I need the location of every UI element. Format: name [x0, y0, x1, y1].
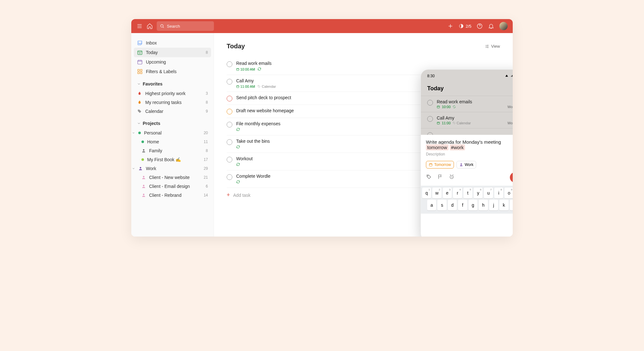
- keyboard-key[interactable]: e3: [443, 188, 452, 198]
- keyboard-key[interactable]: t5: [463, 188, 472, 198]
- view-button[interactable]: View: [485, 44, 500, 49]
- task-checkbox[interactable]: [227, 96, 232, 101]
- phone-task-row[interactable]: Call Amy11:00CalendarWork: [421, 112, 513, 128]
- keyboard-key[interactable]: w2: [432, 188, 441, 198]
- phone-task-row[interactable]: Read work emails10:00Work: [421, 96, 513, 112]
- page-title: Today: [227, 43, 245, 50]
- keyboard-key[interactable]: h: [479, 200, 488, 210]
- chip-date[interactable]: Tomorrow: [426, 161, 454, 169]
- task-checkbox[interactable]: [227, 139, 232, 145]
- project-item[interactable]: Home11: [134, 137, 211, 146]
- search-input[interactable]: Search: [157, 21, 214, 31]
- reminder-icon[interactable]: [449, 174, 455, 181]
- notifications-icon[interactable]: [488, 23, 494, 29]
- home-icon[interactable]: [147, 23, 153, 29]
- chip-project[interactable]: Work: [456, 161, 476, 169]
- keyboard-key[interactable]: d: [448, 200, 457, 210]
- favorite-item[interactable]: Calendar9: [134, 107, 211, 116]
- search-placeholder: Search: [167, 24, 180, 29]
- keyboard-key[interactable]: o9: [504, 188, 513, 198]
- favorites-section[interactable]: Favorites: [134, 79, 211, 89]
- svg-point-16: [488, 47, 488, 48]
- svg-rect-7: [140, 69, 142, 71]
- phone-mockup: 8:30 Today ⋮ Read work emails10:00WorkCa…: [421, 69, 513, 237]
- svg-rect-25: [437, 106, 440, 108]
- sidebar-item-today[interactable]: 21Today8: [134, 48, 211, 57]
- keyboard-key[interactable]: g: [469, 200, 477, 210]
- phone-keyboard: q1w2e3r4t5y6u7i8o9p0 asdfghjkl: [421, 186, 513, 214]
- svg-point-13: [143, 185, 145, 186]
- send-button[interactable]: [510, 172, 513, 182]
- topbar: Search 2/5: [131, 19, 513, 33]
- favorite-item[interactable]: Highest priority work3: [134, 89, 211, 98]
- keyboard-key[interactable]: s: [437, 200, 446, 210]
- svg-rect-6: [138, 69, 139, 71]
- label-icon[interactable]: [426, 174, 432, 181]
- task-checkbox[interactable]: [227, 157, 232, 162]
- keyboard-key[interactable]: f: [458, 200, 467, 210]
- project-item[interactable]: Personal20: [134, 128, 211, 137]
- svg-point-10: [143, 149, 145, 151]
- keyboard-key[interactable]: y6: [474, 188, 483, 198]
- task-checkbox[interactable]: [227, 122, 232, 127]
- main-content: Today View Read work emails10:00 AMCall …: [214, 33, 513, 237]
- add-icon[interactable]: [447, 23, 454, 29]
- project-item[interactable]: Client - Rebrand14: [134, 191, 211, 200]
- task-checkbox[interactable]: [227, 79, 232, 85]
- task-checkbox[interactable]: [227, 61, 232, 67]
- productivity-counter[interactable]: 2/5: [459, 24, 471, 29]
- task-checkbox[interactable]: [227, 174, 232, 180]
- svg-rect-17: [236, 68, 239, 71]
- svg-rect-8: [138, 72, 139, 74]
- svg-point-11: [140, 167, 141, 169]
- sidebar-item-inbox[interactable]: Inbox: [134, 38, 211, 48]
- keyboard-key[interactable]: a: [427, 200, 436, 210]
- project-item[interactable]: Work29: [134, 164, 211, 173]
- task-checkbox[interactable]: [227, 109, 232, 114]
- svg-point-14: [143, 194, 145, 195]
- sidebar-item-upcoming[interactable]: Upcoming: [134, 57, 211, 67]
- projects-section[interactable]: Projects: [134, 118, 211, 128]
- project-item[interactable]: My First Book ✍️17: [134, 155, 211, 164]
- svg-point-12: [143, 176, 145, 177]
- phone-page-title: Today: [427, 85, 444, 92]
- keyboard-key[interactable]: r4: [453, 188, 462, 198]
- svg-rect-5: [138, 60, 142, 64]
- phone-compose: Write agenda for Monday's meeting tomorr…: [421, 135, 513, 186]
- svg-point-30: [461, 163, 462, 165]
- sidebar: Inbox21Today8UpcomingFilters & Labels Fa…: [131, 33, 214, 237]
- keyboard-key[interactable]: q1: [422, 188, 431, 198]
- compose-description-input[interactable]: Description: [426, 152, 513, 156]
- compose-title-input[interactable]: Write agenda for Monday's meeting tomorr…: [426, 139, 513, 150]
- keyboard-key[interactable]: i8: [494, 188, 503, 198]
- svg-point-31: [428, 176, 428, 176]
- plus-icon: +: [227, 192, 230, 198]
- svg-text:21: 21: [139, 52, 141, 54]
- sidebar-item-filters[interactable]: Filters & Labels: [134, 67, 211, 76]
- keyboard-key[interactable]: k: [499, 200, 508, 210]
- app-window: Search 2/5 Inbox21Today8UpcomingFilters …: [131, 19, 513, 237]
- phone-status-bar: 8:30: [421, 70, 513, 82]
- keyboard-key[interactable]: u7: [484, 188, 493, 198]
- svg-rect-18: [236, 86, 239, 88]
- svg-rect-9: [140, 72, 142, 74]
- svg-point-0: [161, 24, 163, 27]
- menu-icon[interactable]: [136, 23, 143, 29]
- svg-rect-27: [437, 122, 440, 124]
- priority-icon[interactable]: [437, 174, 443, 181]
- avatar[interactable]: [499, 22, 508, 30]
- project-item[interactable]: Client - Email design6: [134, 182, 211, 191]
- phone-signal-icons: [504, 74, 513, 78]
- favorite-item[interactable]: My recurring tasks8: [134, 98, 211, 107]
- svg-rect-29: [429, 164, 432, 166]
- svg-point-15: [488, 45, 488, 45]
- project-item[interactable]: Client - New website21: [134, 173, 211, 182]
- keyboard-key[interactable]: l: [510, 200, 513, 210]
- project-item[interactable]: Family8: [134, 146, 211, 155]
- keyboard-key[interactable]: j: [489, 200, 498, 210]
- help-icon[interactable]: [476, 23, 483, 29]
